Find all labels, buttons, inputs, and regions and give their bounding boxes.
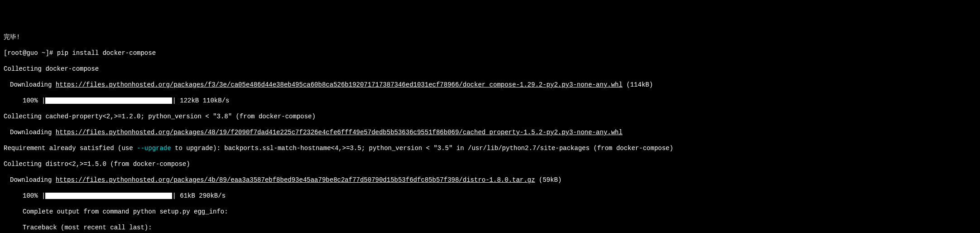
terminal-line-downloading: Downloading https://files.pythonhosted.o…	[4, 81, 976, 89]
download-prefix: Downloading	[10, 81, 56, 88]
progress-percent: 100% |	[23, 192, 45, 199]
terminal-line-collecting: Collecting distro<2,>=1.5.0 (from docker…	[4, 160, 976, 169]
terminal-line-collecting: Collecting cached-property<2,>=1.2.0; py…	[4, 113, 976, 121]
download-size: (59kB)	[535, 176, 562, 184]
download-size: (114kB)	[623, 81, 653, 88]
terminal-line-collecting: Collecting docker-compose	[4, 65, 976, 73]
terminal-line-progress: 100% || 61kB 290kB/s	[4, 192, 976, 200]
terminal-line-requirement: Requirement already satisfied (use --upg…	[4, 145, 976, 153]
download-prefix: Downloading	[10, 176, 56, 184]
terminal-line-complete-output: Complete output from command python setu…	[4, 208, 976, 216]
progress-speed: | 61kB 290kB/s	[172, 192, 226, 199]
terminal-line-prompt: [root@guo ~]# pip install docker-compose	[4, 49, 976, 58]
terminal-line-progress: 100% || 122kB 110kB/s	[4, 97, 976, 105]
progress-speed: | 122kB 110kB/s	[172, 97, 229, 104]
progress-percent: 100% |	[23, 97, 45, 104]
terminal-line-downloading: Downloading https://files.pythonhosted.o…	[4, 176, 976, 184]
download-url: https://files.pythonhosted.org/packages/…	[56, 176, 535, 184]
terminal-line-traceback: Traceback (most recent call last):	[4, 224, 976, 232]
req-suffix: to upgrade): backports.ssl-match-hostnam…	[171, 145, 673, 152]
req-prefix: Requirement already satisfied (use	[4, 145, 137, 152]
shell-command: pip install docker-compose	[57, 49, 156, 57]
download-url: https://files.pythonhosted.org/packages/…	[56, 129, 623, 136]
download-url: https://files.pythonhosted.org/packages/…	[56, 81, 623, 88]
shell-prompt: [root@guo ~]#	[4, 49, 57, 57]
terminal-line-downloading: Downloading https://files.pythonhosted.o…	[4, 129, 976, 137]
progress-bar	[45, 97, 172, 104]
download-prefix: Downloading	[10, 129, 56, 136]
progress-bar	[45, 193, 172, 199]
upgrade-flag: --upgrade	[137, 145, 171, 152]
terminal-line-done: 完毕!	[4, 34, 976, 42]
